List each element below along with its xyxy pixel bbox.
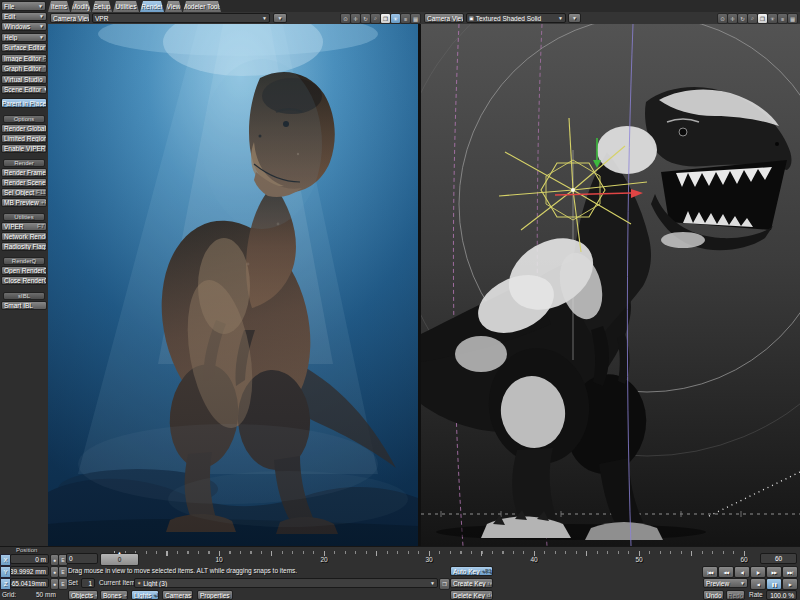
ruler-tick-label: 10 <box>215 556 222 563</box>
go-start-button[interactable]: |◀◀ <box>702 566 718 578</box>
viper-button[interactable]: VIPERF7 <box>1 222 47 231</box>
right-view-type-dropdown[interactable]: Camera View▼ <box>424 13 464 23</box>
envelope-z-button[interactable]: E <box>58 578 68 590</box>
chevron-down-icon: ▼ <box>278 15 283 22</box>
current-item-label: Current Item <box>99 579 135 586</box>
tab-view[interactable]: View <box>165 1 182 12</box>
tab-utilities[interactable]: Utilities <box>113 1 139 12</box>
properties-button[interactable]: Propertiesp <box>197 590 233 600</box>
right-viewport-options-dropdown[interactable]: ▼ <box>568 13 581 23</box>
sel-object-button[interactable]: Sel ObjectF11 <box>1 188 47 197</box>
virtual-studio-button[interactable]: Virtual Studio <box>1 75 47 84</box>
graph-editor-button[interactable]: Graph Editor^F2 <box>1 64 47 73</box>
checker-icon[interactable]: ▦ <box>410 13 421 24</box>
render-scene-button[interactable]: Render SceneF10 <box>1 178 47 187</box>
rate-field[interactable]: 100.0 % <box>766 590 797 600</box>
chevron-down-icon: ▼ <box>558 15 563 21</box>
right-render-mode-dropdown[interactable]: ▣ Textured Shaded Solid ▼ <box>466 13 566 23</box>
envelope-y-button[interactable]: E <box>58 566 68 578</box>
pause-button[interactable]: ❚❚ <box>766 578 782 590</box>
chevron-down-icon: ▼ <box>430 580 435 586</box>
current-item-dropdown[interactable]: ✶ Light (3) ▼ <box>134 578 438 588</box>
opengl-scene <box>421 24 800 546</box>
next-key-button[interactable]: ▶▶ <box>766 566 782 578</box>
preview-dropdown[interactable]: Preview▼ <box>703 578 748 588</box>
undo-button[interactable]: Undo^Z <box>703 590 724 600</box>
surface-editor-button[interactable]: Surface EditorF5 <box>1 43 47 52</box>
render-frame-button[interactable]: Render FrameF9 <box>1 168 47 177</box>
position-y-field[interactable]: 39.9992 mm <box>10 566 49 576</box>
create-key-button[interactable]: Create Keyret <box>450 578 493 588</box>
chevron-down-icon: ▼ <box>262 15 267 21</box>
timeline-ruler[interactable]: 0102030405060 <box>100 551 758 565</box>
ruler-tick-label: 30 <box>425 556 432 563</box>
cameras-button[interactable]: Cameras+C <box>162 590 193 600</box>
checker-icon[interactable]: ▦ <box>787 13 798 24</box>
shade-mode-icon: ▣ <box>469 15 474 21</box>
step-forward-button[interactable]: |▶ <box>750 566 766 578</box>
ruler-tick-label: 20 <box>320 556 327 563</box>
lightwave-layout-window: File ▼ Items Modify Setup Utilities Rend… <box>0 0 800 600</box>
section-header-render: Render <box>3 159 45 167</box>
caret-up-icon: ▲ <box>118 550 122 555</box>
left-viewport-options-dropdown[interactable]: ▼ <box>273 13 287 23</box>
chevron-down-icon: ▼ <box>39 23 44 30</box>
smart-ibl-button[interactable]: Smart IBL <box>1 301 47 310</box>
render-globals-button[interactable]: Render Globals <box>1 124 47 133</box>
grid-value: 50 mm <box>36 591 56 598</box>
chevron-down-icon: ▼ <box>39 34 44 41</box>
parent-in-place-button[interactable]: Parent in Place <box>1 98 47 108</box>
windows-menu-button[interactable]: Windows▼ <box>1 22 47 31</box>
status-message: Drag mouse in view to move selected item… <box>68 567 297 574</box>
left-render-mode-dropdown[interactable]: VPR▼ <box>92 13 270 23</box>
radiosity-flags-button[interactable]: Radiosity Flags <box>1 242 47 251</box>
opengl-viewport-canvas[interactable] <box>421 24 800 546</box>
light-item-icon: ✶ <box>137 580 141 586</box>
image-editor-button[interactable]: Image EditorF6 <box>1 54 47 63</box>
tab-modify[interactable]: Modify <box>71 1 91 12</box>
step-back-button[interactable]: ◀| <box>734 566 750 578</box>
bones-button[interactable]: Bones+B <box>100 590 128 600</box>
chevron-down-icon: ▼ <box>572 15 577 22</box>
redo-button[interactable]: Redo <box>726 590 745 600</box>
ruler-tick-label: 50 <box>635 556 642 563</box>
enable-viper-button[interactable]: Enable VIPER <box>1 144 47 153</box>
edit-menu-button[interactable]: Edit▼ <box>1 12 47 21</box>
network-render-button[interactable]: Network Render <box>1 232 47 241</box>
first-frame-field[interactable]: 0 <box>66 553 98 564</box>
vpr-viewport-canvas[interactable] <box>48 24 418 546</box>
set-label: Set <box>68 579 78 586</box>
tab-render[interactable]: Render <box>140 1 164 12</box>
rate-label: Rate <box>749 591 763 598</box>
prev-key-button[interactable]: ◀◀ <box>718 566 734 578</box>
set-field[interactable]: 1 <box>81 578 95 588</box>
item-panel-icon[interactable]: ❒ <box>439 578 450 590</box>
chevron-down-icon: ▼ <box>43 86 47 93</box>
tab-modeler-tools[interactable]: Modeler Tools <box>183 1 221 12</box>
limited-region-button[interactable]: Limited Regionl <box>1 134 47 143</box>
frame-slider-handle[interactable]: ▲ 0 <box>100 553 139 566</box>
help-menu-button[interactable]: Help▼ <box>1 33 47 42</box>
objects-button[interactable]: Objects+O <box>68 590 98 600</box>
auto-key-button[interactable]: Auto Key+F1 <box>450 566 493 576</box>
position-x-field[interactable]: 0 m <box>10 554 49 564</box>
position-z-field[interactable]: -65.0419mm <box>10 578 49 588</box>
tab-items[interactable]: Items <box>48 1 70 12</box>
lights-button[interactable]: Lights+L <box>131 590 159 600</box>
open-renderq-button[interactable]: Open RenderQ <box>1 266 47 275</box>
mb-preview-button[interactable]: MB Preview+F9 <box>1 198 47 207</box>
tab-setup[interactable]: Setup <box>92 1 112 12</box>
delete-key-button[interactable]: Delete Keydel <box>450 590 493 600</box>
go-end-button[interactable]: ▶▶| <box>782 566 798 578</box>
scene-editor-button[interactable]: Scene Editor▼ <box>1 85 47 94</box>
last-frame-field[interactable]: 60 <box>760 553 797 564</box>
file-menu-button[interactable]: File ▼ <box>1 1 46 11</box>
section-header-sibl: sIBL <box>3 292 45 300</box>
left-toolbar: Edit▼ Windows▼ Help▼ Surface EditorF5 Im… <box>0 12 49 546</box>
left-view-type-dropdown[interactable]: Camera View▼ <box>50 13 90 23</box>
close-renderq-button[interactable]: Close RenderQ <box>1 276 47 285</box>
ruler-tick-label: 60 <box>740 556 747 563</box>
play-reverse-button[interactable]: ◀ <box>750 578 766 590</box>
play-forward-button[interactable]: ▶ <box>782 578 798 590</box>
vpr-preview-render <box>48 24 418 546</box>
